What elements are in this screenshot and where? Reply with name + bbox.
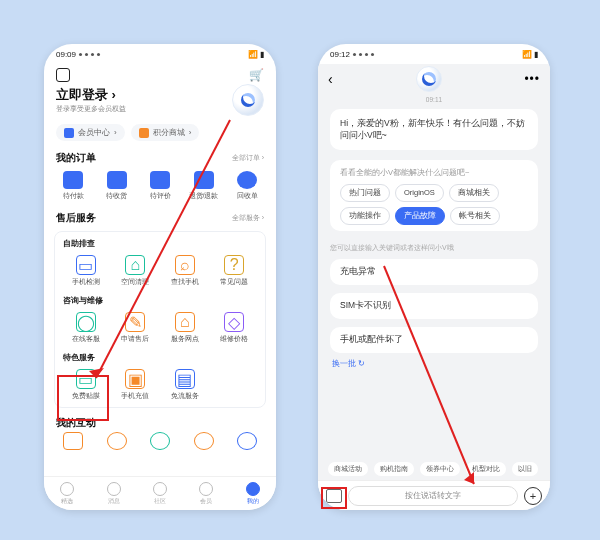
status-right-icons: 📶 ▮ xyxy=(248,50,264,59)
refund-icon xyxy=(194,171,214,189)
greeting-bubble: Hi，亲爱的V粉，新年快乐！有什么问题，不妨问问小V吧~ xyxy=(330,109,538,150)
topic-chip[interactable]: 功能操作 xyxy=(340,207,390,225)
interact-1[interactable] xyxy=(54,432,92,450)
avatar[interactable] xyxy=(232,84,264,116)
box-icon xyxy=(107,171,127,189)
qa-2[interactable]: SIM卡不识别 xyxy=(330,293,538,319)
interact-5[interactable] xyxy=(228,432,266,450)
status-bar: 09:12 📶 ▮ xyxy=(318,44,550,64)
tab-community[interactable]: 社区 xyxy=(137,477,183,510)
interact-heading: 我的互动 xyxy=(56,416,96,430)
interact-3[interactable] xyxy=(141,432,179,450)
voice-input[interactable]: 按住说话转文字 xyxy=(348,486,518,506)
interact-2[interactable] xyxy=(98,432,136,450)
chat-screen: 09:12 📶 ▮ ‹ ••• 09:11 Hi，亲爱的V粉，新年快乐！有什么问… xyxy=(318,44,550,510)
repair-price[interactable]: ◇维修价格 xyxy=(210,310,260,346)
tab-messages[interactable]: 消息 xyxy=(90,477,136,510)
order-review[interactable]: 待评价 xyxy=(141,171,179,201)
phone-topup[interactable]: ▣手机充值 xyxy=(111,367,161,403)
quick-tag[interactable]: 以旧 xyxy=(512,462,538,476)
quick-tag[interactable]: 领券中心 xyxy=(420,462,460,476)
hint-text: 您可以直接输入关键词或者这样问小V哦 xyxy=(318,237,550,255)
orders-heading: 我的订单 xyxy=(56,151,96,165)
quick-tag[interactable]: 机型对比 xyxy=(466,462,506,476)
tab-featured[interactable]: 精选 xyxy=(44,477,90,510)
tab-member[interactable]: 会员 xyxy=(183,477,229,510)
login-subtitle: 登录享受更多会员权益 xyxy=(56,104,126,114)
badge-icon xyxy=(63,432,83,450)
circle-icon xyxy=(150,432,170,450)
circle-icon xyxy=(237,432,257,450)
orders-row: 待付款 待收货 待评价 退货/退款 回收单 xyxy=(44,167,276,207)
timestamp: 09:11 xyxy=(318,96,550,103)
broom-icon: ⌂ xyxy=(125,255,145,275)
profile-screen: 09:09 📶 ▮ 🛒 立即登录 › 登录享受更多会员权益 会员中心 › 积分商… xyxy=(44,44,276,510)
input-bar: 按住说话转文字 + xyxy=(318,480,550,510)
coin-icon xyxy=(139,128,149,138)
space-clean[interactable]: ⌂空间清理 xyxy=(111,253,161,289)
orders-more[interactable]: 全部订单 › xyxy=(232,153,264,163)
refresh-link[interactable]: 换一批 ↻ xyxy=(318,357,550,371)
recycle-icon xyxy=(237,171,257,189)
order-refund[interactable]: 退货/退款 xyxy=(185,171,223,201)
bot-avatar xyxy=(416,66,442,92)
status-time: 09:12 xyxy=(330,50,350,59)
topic-chip[interactable]: 热门问题 xyxy=(340,184,390,202)
wallet-icon xyxy=(63,171,83,189)
edit-icon: ✎ xyxy=(125,312,145,332)
quick-tag[interactable]: 购机指南 xyxy=(374,462,414,476)
settings-hex-icon[interactable] xyxy=(56,68,70,82)
status-time: 09:09 xyxy=(56,50,76,59)
bottom-tabbar: 精选 消息 社区 会员 我的 xyxy=(44,476,276,510)
qa-1[interactable]: 充电异常 xyxy=(330,259,538,285)
search-icon: ⌕ xyxy=(175,255,195,275)
member-center-pill[interactable]: 会员中心 › xyxy=(56,124,125,141)
group1-title: 自助排查 xyxy=(63,238,259,249)
order-receive[interactable]: 待收货 xyxy=(98,171,136,201)
aftersale-more[interactable]: 全部服务 › xyxy=(232,213,264,223)
online-support[interactable]: ◯在线客服 xyxy=(61,310,111,346)
tab-mine[interactable]: 我的 xyxy=(230,477,276,510)
film-icon: ▭ xyxy=(76,369,96,389)
group3-title: 特色服务 xyxy=(63,352,259,363)
interact-4[interactable] xyxy=(185,432,223,450)
quick-tags: 商城活动购机指南领券中心机型对比以旧 xyxy=(318,458,550,480)
store-icon: ⌂ xyxy=(175,312,195,332)
keyboard-icon[interactable] xyxy=(326,489,342,503)
circle-icon xyxy=(194,432,214,450)
service-store[interactable]: ⌂服务网点 xyxy=(160,310,210,346)
phone-icon: ▭ xyxy=(76,255,96,275)
quick-tag[interactable]: 商城活动 xyxy=(328,462,368,476)
faq[interactable]: ?常见问题 xyxy=(210,253,260,289)
login-title[interactable]: 立即登录 › xyxy=(56,86,126,104)
apply-aftersale[interactable]: ✎申请售后 xyxy=(111,310,161,346)
qa-3[interactable]: 手机或配件坏了 xyxy=(330,327,538,353)
status-bar: 09:09 📶 ▮ xyxy=(44,44,276,64)
free-film[interactable]: ▭免费贴膜 xyxy=(61,367,111,403)
more-icon[interactable]: ••• xyxy=(524,72,540,86)
coins-pill[interactable]: 积分商城 › xyxy=(131,124,200,141)
topic-chip[interactable]: 产品故障 xyxy=(395,207,445,225)
plus-icon[interactable]: + xyxy=(524,487,542,505)
topic-chip[interactable]: 商城相关 xyxy=(449,184,499,202)
topic-chip[interactable]: OriginOS xyxy=(395,184,444,202)
aftersale-heading: 售后服务 xyxy=(56,211,96,225)
order-recycle[interactable]: 回收单 xyxy=(228,171,266,201)
back-icon[interactable]: ‹ xyxy=(328,71,333,87)
find-phone[interactable]: ⌕查找手机 xyxy=(160,253,210,289)
aftersale-card: 自助排查 ▭手机检测 ⌂空间清理 ⌕查找手机 ?常见问题 咨询与维修 ◯在线客服… xyxy=(54,231,266,408)
data-icon: ▤ xyxy=(175,369,195,389)
review-icon xyxy=(150,171,170,189)
question-icon: ? xyxy=(224,255,244,275)
free-data[interactable]: ▤免流服务 xyxy=(160,367,210,403)
topics-card: 看看全能的小V都能解决什么问题吧~ 热门问题OriginOS商城相关功能操作产品… xyxy=(330,160,538,231)
cart-icon[interactable]: 🛒 xyxy=(249,68,264,82)
circle-icon xyxy=(107,432,127,450)
order-pay[interactable]: 待付款 xyxy=(54,171,92,201)
group2-title: 咨询与维修 xyxy=(63,295,259,306)
status-right-icons: 📶 ▮ xyxy=(522,50,538,59)
topics-title: 看看全能的小V都能解决什么问题吧~ xyxy=(340,168,528,178)
topup-icon: ▣ xyxy=(125,369,145,389)
phone-check[interactable]: ▭手机检测 xyxy=(61,253,111,289)
topic-chip[interactable]: 帐号相关 xyxy=(450,207,500,225)
